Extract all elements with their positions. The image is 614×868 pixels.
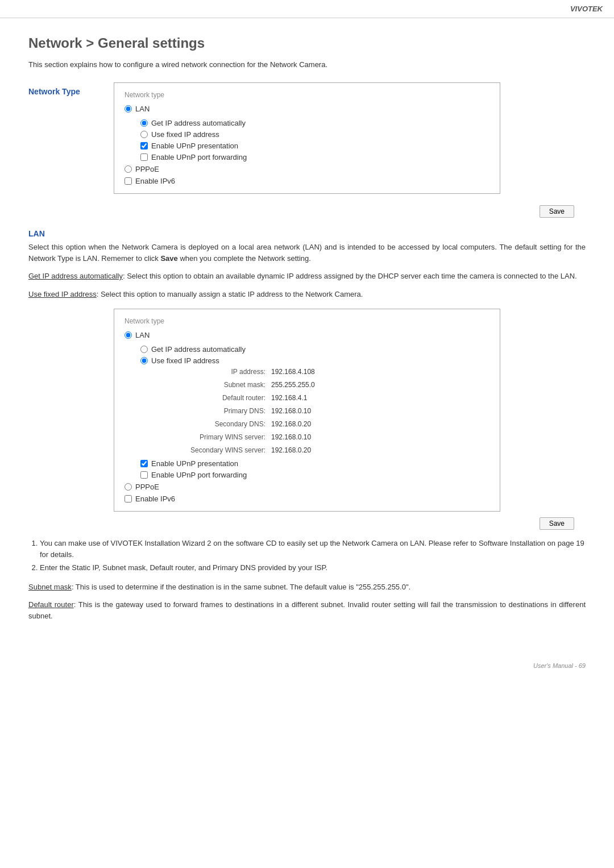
default-router-text: : This is the gateway used to forward fr… — [28, 600, 586, 620]
intro-text: This section explains how to configure a… — [28, 60, 586, 69]
save-button-1[interactable]: Save — [540, 205, 574, 218]
use-fixed-ip-item-2[interactable]: Use fixed IP address — [140, 356, 489, 365]
lan-radio-2[interactable] — [125, 331, 132, 339]
use-fixed-ip-label: Use fixed IP address — [151, 130, 219, 139]
save-row-1: Save — [114, 205, 574, 218]
get-ip-auto-item[interactable]: Get IP address automatically — [140, 119, 489, 127]
enable-ipv6-item-2[interactable]: Enable IPv6 — [125, 495, 489, 503]
lan-section-heading: LAN — [28, 229, 586, 238]
default-router-value: 192.168.4.1 — [271, 394, 307, 402]
default-router-para: Default router: This is the gateway used… — [28, 599, 586, 621]
enable-port-fwd-item[interactable]: Enable UPnP port forwarding — [140, 153, 489, 161]
lan-label-2: LAN — [135, 331, 150, 339]
ip-address-label: IP address: — [175, 368, 271, 376]
lan-sub-options: Get IP address automatically Use fixed I… — [125, 119, 489, 161]
pppoe-radio-item-2[interactable]: PPPoE — [125, 483, 489, 491]
enable-ipv6-label: Enable IPv6 — [135, 177, 175, 185]
get-ip-auto-para: Get IP address automatically: Select thi… — [28, 271, 586, 282]
use-fixed-ip-radio-2[interactable] — [140, 357, 148, 364]
use-fixed-ip-para: Use fixed IP address: Select this option… — [28, 289, 586, 300]
subnet-link: Subnet mask — [28, 583, 72, 591]
pppoe-radio-2[interactable] — [125, 483, 132, 491]
secondary-wins-label: Secondary WINS server: — [175, 446, 271, 454]
enable-port-fwd-label-2: Enable UPnP port forwarding — [151, 471, 247, 479]
field-row-secondary-dns: Secondary DNS: 192.168.0.20 — [140, 420, 489, 428]
network-type-box-1: Network type LAN Get IP address automati… — [114, 82, 500, 194]
use-fixed-ip-label-2: Use fixed IP address — [151, 356, 219, 365]
secondary-wins-value: 192.168.0.20 — [271, 446, 311, 454]
enable-port-fwd-checkbox-2[interactable] — [140, 471, 148, 479]
get-ip-auto-label-2: Get IP address automatically — [151, 345, 246, 354]
subnet-mask-label: Subnet mask: — [175, 381, 271, 389]
enable-ipv6-checkbox[interactable] — [125, 177, 132, 185]
enable-upnp-label-2: Enable UPnP presentation — [151, 459, 238, 468]
note-1: You can make use of VIVOTEK Installation… — [40, 538, 586, 560]
radio-group-main-2: LAN Get IP address automatically Use fix… — [125, 331, 489, 503]
use-fixed-ip-link: Use fixed IP address — [28, 290, 97, 298]
enable-ipv6-item[interactable]: Enable IPv6 — [125, 177, 489, 185]
default-router-link: Default router — [28, 600, 74, 609]
lan-radio-item-2[interactable]: LAN — [125, 331, 489, 339]
default-router-label: Default router: — [175, 394, 271, 402]
lan-label: LAN — [135, 105, 150, 113]
enable-upnp-label: Enable UPnP presentation — [151, 142, 238, 150]
primary-dns-value: 192.168.0.10 — [271, 407, 311, 415]
enable-ipv6-label-2: Enable IPv6 — [135, 495, 175, 503]
get-ip-auto-item-2[interactable]: Get IP address automatically — [140, 345, 489, 354]
get-ip-auto-radio[interactable] — [140, 119, 148, 127]
page-title: Network > General settings — [28, 35, 586, 51]
pppoe-radio-item[interactable]: PPPoE — [125, 165, 489, 173]
pppoe-radio[interactable] — [125, 165, 132, 173]
box2-title: Network type — [125, 317, 489, 325]
pppoe-label-2: PPPoE — [135, 483, 159, 491]
pppoe-label: PPPoE — [135, 165, 159, 173]
note-2: Enter the Static IP, Subnet mask, Defaul… — [40, 562, 586, 574]
get-ip-auto-radio-2[interactable] — [140, 346, 148, 353]
field-row-router: Default router: 192.168.4.1 — [140, 394, 489, 402]
network-type-box-2-wrapper: Network type LAN Get IP address automati… — [28, 309, 586, 512]
save-row-2: Save — [114, 517, 574, 530]
subnet-para: Subnet mask: This is used to determine i… — [28, 582, 586, 593]
field-row-primary-dns: Primary DNS: 192.168.0.10 — [140, 407, 489, 415]
enable-upnp-item-2[interactable]: Enable UPnP presentation — [140, 459, 489, 468]
numbered-list: You can make use of VIVOTEK Installation… — [28, 538, 586, 574]
enable-upnp-checkbox-2[interactable] — [140, 460, 148, 467]
enable-port-fwd-label: Enable UPnP port forwarding — [151, 153, 247, 161]
primary-dns-label: Primary DNS: — [175, 407, 271, 415]
subnet-text: : This is used to determine if the desti… — [72, 583, 410, 591]
top-bar: VIVOTEK — [0, 0, 614, 18]
network-type-box-2: Network type LAN Get IP address automati… — [114, 309, 500, 512]
enable-port-fwd-checkbox[interactable] — [140, 153, 148, 161]
network-type-label: Network Type — [28, 82, 102, 194]
secondary-dns-value: 192.168.0.20 — [271, 420, 311, 428]
enable-upnp-item[interactable]: Enable UPnP presentation — [140, 142, 489, 150]
enable-port-fwd-item-2[interactable]: Enable UPnP port forwarding — [140, 471, 489, 479]
lan-body-text-1: Select this option when the Network Came… — [28, 242, 586, 264]
get-ip-auto-label: Get IP address automatically — [151, 119, 246, 127]
field-row-primary-wins: Primary WINS server: 192.168.0.10 — [140, 433, 489, 441]
brand-logo: VIVOTEK — [570, 5, 603, 13]
secondary-dns-label: Secondary DNS: — [175, 420, 271, 428]
use-fixed-ip-radio[interactable] — [140, 131, 148, 138]
network-type-section: Network Type Network type LAN Get IP add… — [28, 82, 586, 194]
primary-wins-label: Primary WINS server: — [175, 433, 271, 441]
save-bold: Save — [160, 254, 177, 263]
field-row-subnet: Subnet mask: 255.255.255.0 — [140, 381, 489, 389]
ip-address-value: 192.168.4.108 — [271, 368, 315, 376]
box1-title: Network type — [125, 91, 489, 99]
lan-sub-options-2: Get IP address automatically Use fixed I… — [125, 345, 489, 479]
primary-wins-value: 192.168.0.10 — [271, 433, 311, 441]
enable-upnp-checkbox[interactable] — [140, 142, 148, 149]
get-ip-auto-link: Get IP address automatically — [28, 272, 123, 280]
subnet-mask-value: 255.255.255.0 — [271, 381, 315, 389]
field-row-ip: IP address: 192.168.4.108 — [140, 368, 489, 376]
radio-group-main: LAN Get IP address automatically Use fix… — [125, 105, 489, 185]
lan-radio[interactable] — [125, 105, 132, 113]
enable-ipv6-checkbox-2[interactable] — [125, 495, 132, 502]
field-row-secondary-wins: Secondary WINS server: 192.168.0.20 — [140, 446, 489, 454]
lan-radio-item[interactable]: LAN — [125, 105, 489, 113]
save-button-2[interactable]: Save — [540, 517, 574, 530]
use-fixed-ip-item[interactable]: Use fixed IP address — [140, 130, 489, 139]
page-footer: User's Manual - 69 — [0, 657, 614, 675]
